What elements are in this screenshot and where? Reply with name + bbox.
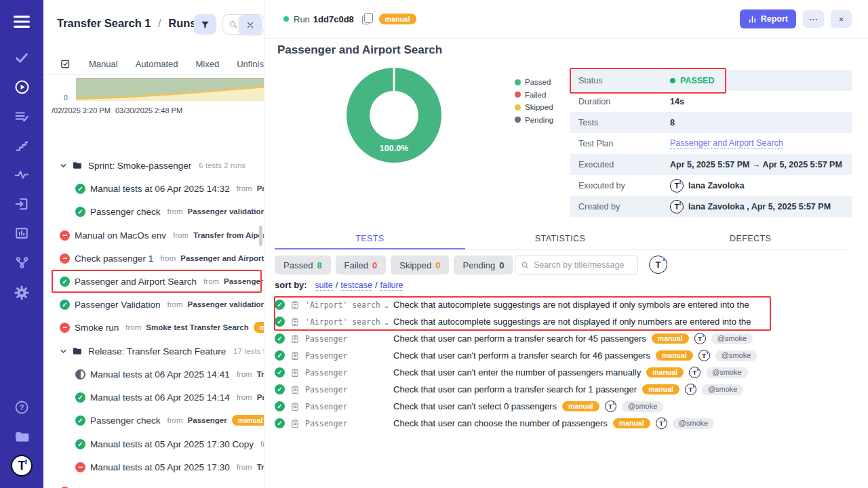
donut-legend: PassedFailedSkippedPending [515,76,553,126]
breadcrumb-project[interactable]: Transfer Search 1 [57,17,151,29]
testcase-icon [290,317,300,327]
import-icon[interactable] [0,192,43,216]
clear-search-button[interactable] [239,15,262,35]
smoke-tag: @smoke [715,350,757,361]
projects-folder-icon[interactable] [0,424,43,449]
legend-item-passed[interactable]: Passed [515,76,553,89]
legend-item-failed[interactable]: Failed [515,89,553,102]
breadcrumb-page: Runs [168,17,196,29]
page-title: Passenger and Airport Search [277,43,442,57]
smoke-tag: @smoke [706,367,748,378]
run-row[interactable]: Manual on MacOs envfromTransfer from Aip… [43,224,264,247]
filter-chip-failed[interactable]: Failed0 [336,256,387,274]
test-suite: Passenger [305,368,388,378]
run-row[interactable]: Check passenger 1fromPassenger and Airpo… [43,247,264,270]
test-row[interactable]: 'Airport' search …Check that autocomplet… [265,296,868,313]
branches-icon[interactable] [0,250,43,274]
testcase-icon [290,300,300,310]
smoke-tag: @smoke [711,333,753,344]
runs-icon[interactable] [0,75,43,99]
test-row[interactable]: PassengerCheck that user can perform a t… [265,330,868,347]
tab-statistics[interactable]: STATISTICS [465,230,656,249]
tab-mixed[interactable]: Mixed [196,59,220,69]
sort-link-failure[interactable]: failure [380,281,403,291]
run-row[interactable]: Manual tests at 06 Apr 2025 14:41fromTra… [43,363,264,386]
run-row[interactable]: Smoke runfromSmoke test Transfer Searchm… [43,316,264,339]
status-passed-icon [60,300,70,310]
sort-bar: sort by: suite/testcase/failure [275,280,403,290]
steps-icon[interactable] [0,134,43,158]
copy-icon[interactable] [362,16,370,24]
test-row[interactable]: 'Airport' search …Check that autocomplet… [265,313,868,330]
analytics-icon[interactable] [0,221,43,245]
summary-label: Executed by [578,181,670,190]
pulse-icon[interactable] [0,163,43,187]
manual-badge: manual [652,333,689,344]
filter-chip-skipped[interactable]: Skipped0 [391,256,449,274]
chevron-down-icon[interactable] [60,348,67,355]
test-row[interactable]: PassengerCheck that user can't enter the… [265,364,868,381]
legend-dot [515,117,521,123]
tests-icon[interactable] [0,45,43,70]
legend-item-pending[interactable]: Pending [515,114,553,127]
tab-automated[interactable]: Automated [136,59,178,69]
testcase-icon [290,351,300,361]
run-row[interactable]: Manual tests at 05 Apr 2025 17:30 Copyfr… [43,432,264,455]
filter-chip-passed[interactable]: Passed8 [275,256,331,274]
tab-manual[interactable]: Manual [89,59,118,69]
report-button[interactable]: Report [740,9,796,28]
tab-unfinished[interactable]: Unfinished [237,59,264,69]
legend-item-skipped[interactable]: Skipped [515,101,553,114]
run-row[interactable]: Manual tests at 06 Apr 2025 14:32fromPas… [43,177,264,200]
tests-search[interactable] [515,256,638,274]
detail-tabs: TESTSSTATISTICSDEFECTS [275,230,846,249]
status-passed-icon [275,300,285,310]
select-checkbox-icon[interactable] [60,58,71,70]
status-filter-chips: Passed8Failed0Skipped0Pending0 [275,256,513,274]
run-row[interactable]: Passenger checkfromPassengermanual6 [43,409,264,432]
status-passed-icon [275,317,285,327]
run-group-row[interactable]: Release: Transfer Search Feature17 tests… [43,340,264,363]
app-logo[interactable]: T [11,455,33,476]
test-plan-link[interactable]: Passenger and Airport Search [670,138,783,149]
sort-link-suite[interactable]: suite [315,281,332,291]
run-summary-table: StatusPASSEDDuration14sTests8Test PlanPa… [570,70,852,217]
tests-search-input[interactable] [534,260,629,270]
run-row[interactable]: Passenger ValidationfromPassenger valida… [43,293,264,316]
close-run-button[interactable]: × [831,10,852,28]
run-row[interactable]: Passenger checkfromPassenger validationm… [43,200,264,223]
test-suite: 'Airport' search … [305,317,388,327]
test-row[interactable]: PassengerCheck that user can choose the … [265,415,868,432]
run-row[interactable]: Passenger and Airport SearchfromPassenge… [43,270,264,293]
tests-list: 'Airport' search …Check that autocomplet… [265,296,868,432]
test-row[interactable]: PassengerCheck that user can't select 0 … [265,398,868,415]
test-row[interactable]: PassengerCheck that user can't perform a… [265,347,868,364]
settings-gear-icon[interactable] [0,281,43,305]
sort-link-testcase[interactable]: testcase [340,281,372,291]
tab-tests[interactable]: TESTS [275,230,465,249]
legend-dot [515,104,521,110]
status-passed-icon [275,367,285,378]
test-title: Check that user can't select 0 passenger… [393,401,557,411]
manual-badge: manual [232,415,264,426]
filter-button[interactable] [194,14,216,35]
chevron-down-icon[interactable] [60,162,67,169]
more-button[interactable]: ⋯ [803,10,824,28]
runs-scrollbar-thumb[interactable] [259,226,262,246]
filter-chip-pending[interactable]: Pending0 [454,256,513,274]
run-row[interactable]: Manual tests at 05 Apr 2025 17:30fromTra… [43,455,264,479]
test-plans-icon[interactable] [0,104,43,129]
menu-icon[interactable] [0,9,43,34]
run-group-row[interactable]: Sprint: Smoke-passenger6 tests 2 runs [43,154,264,177]
run-row[interactable]: Manual tests at 06 Apr 2025 14:4 [43,480,264,488]
assignee-avatar[interactable]: T [649,256,667,274]
help-icon[interactable]: ? [0,395,43,420]
tab-defects[interactable]: DEFECTS [655,230,846,249]
folder-icon [72,346,83,357]
status-failed-icon [60,253,70,264]
summary-label: Executed [578,160,670,169]
test-row[interactable]: PassengerCheck that user can perform a t… [265,381,868,398]
legend-dot [515,92,521,98]
run-row[interactable]: Manual tests at 06 Apr 2025 14:14fromPas… [43,386,264,409]
folder-icon [72,160,83,171]
